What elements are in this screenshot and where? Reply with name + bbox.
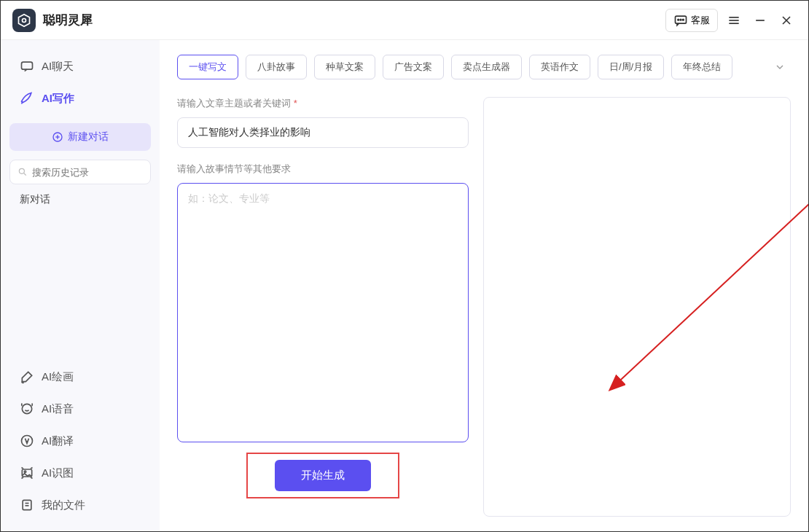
menu-icon xyxy=(727,13,741,28)
content-body: 请输入文章主题或者关键词 * 请输入故事情节等其他要求 开始生成 xyxy=(177,97,791,517)
app-logo-icon xyxy=(12,9,36,32)
svg-point-3 xyxy=(680,19,681,20)
sidebar-item-write[interactable]: AI写作 xyxy=(9,82,151,114)
voice-icon xyxy=(20,402,34,416)
content-area: 一键写文 八卦故事 种草文案 广告文案 卖点生成器 英语作文 日/周/月报 年终… xyxy=(160,40,808,531)
svg-line-16 xyxy=(24,173,26,176)
svg-point-4 xyxy=(683,19,684,20)
topic-label: 请输入文章主题或者关键词 * xyxy=(177,97,469,110)
tabs-row: 一键写文 八卦故事 种草文案 广告文案 卖点生成器 英语作文 日/周/月报 年终… xyxy=(177,55,791,79)
sidebar-item-files[interactable]: 我的文件 xyxy=(9,489,151,521)
pen-icon xyxy=(20,91,34,106)
form-column: 请输入文章主题或者关键词 * 请输入故事情节等其他要求 开始生成 xyxy=(177,97,469,517)
sidebar-item-image[interactable]: AI识图 xyxy=(9,457,151,489)
translate-icon xyxy=(20,434,34,448)
tab-yingyu[interactable]: 英语作文 xyxy=(529,55,590,79)
history-item[interactable]: 新对话 xyxy=(9,184,151,215)
titlebar: 聪明灵犀 客服 xyxy=(1,1,808,40)
search-icon xyxy=(17,166,28,178)
chat-bubble-icon xyxy=(673,13,688,28)
chat-icon xyxy=(20,59,34,74)
sidebar-item-label: AI语音 xyxy=(42,402,74,416)
sidebar-item-label: AI聊天 xyxy=(42,60,74,74)
sidebar: AI聊天 AI写作 新建对话 新对话 AI绘画 xyxy=(1,40,160,531)
details-label: 请输入故事情节等其他要求 xyxy=(177,163,469,176)
main-layout: AI聊天 AI写作 新建对话 新对话 AI绘画 xyxy=(1,40,808,531)
sidebar-item-paint[interactable]: AI绘画 xyxy=(9,361,151,393)
search-input[interactable] xyxy=(32,167,143,178)
sidebar-item-label: AI翻译 xyxy=(42,434,74,448)
app-title: 聪明灵犀 xyxy=(43,12,93,28)
tab-zhongcao[interactable]: 种草文案 xyxy=(314,55,375,79)
sidebar-item-translate[interactable]: AI翻译 xyxy=(9,425,151,457)
details-textarea[interactable] xyxy=(177,183,469,442)
tab-ribao[interactable]: 日/周/月报 xyxy=(598,55,664,79)
new-button-label: 新建对话 xyxy=(68,130,109,144)
required-mark: * xyxy=(294,98,297,109)
sidebar-item-voice[interactable]: AI语音 xyxy=(9,393,151,425)
image-icon xyxy=(20,466,34,480)
generate-highlight-box: 开始生成 xyxy=(246,453,399,498)
tab-nianzhong[interactable]: 年终总结 xyxy=(671,55,732,79)
svg-point-2 xyxy=(678,19,679,20)
tab-guanggao[interactable]: 广告文案 xyxy=(383,55,444,79)
plus-circle-icon xyxy=(52,131,63,143)
svg-point-17 xyxy=(22,404,31,413)
generate-button[interactable]: 开始生成 xyxy=(275,460,371,491)
topic-input[interactable] xyxy=(177,117,469,148)
svg-point-0 xyxy=(23,18,26,22)
svg-point-20 xyxy=(24,471,26,473)
chevron-down-icon xyxy=(774,61,786,73)
sidebar-item-label: 我的文件 xyxy=(42,498,85,512)
new-conversation-button[interactable]: 新建对话 xyxy=(9,123,151,151)
close-button[interactable] xyxy=(776,10,797,31)
search-box[interactable] xyxy=(9,160,151,184)
paint-icon xyxy=(20,369,34,384)
minimize-icon xyxy=(753,13,767,28)
sidebar-item-chat[interactable]: AI聊天 xyxy=(9,50,151,82)
history-item-label: 新对话 xyxy=(20,193,50,205)
tab-bagua[interactable]: 八卦故事 xyxy=(246,55,307,79)
output-panel xyxy=(483,97,791,517)
file-icon xyxy=(20,498,34,512)
tabs-expand-button[interactable] xyxy=(769,61,791,73)
svg-point-15 xyxy=(19,168,24,173)
tab-yijian[interactable]: 一键写文 xyxy=(177,55,238,79)
sidebar-item-label: AI写作 xyxy=(42,92,74,106)
minimize-button[interactable] xyxy=(750,10,770,31)
tab-maidian[interactable]: 卖点生成器 xyxy=(451,55,522,79)
sidebar-item-label: AI识图 xyxy=(42,466,74,480)
menu-button[interactable] xyxy=(724,10,744,31)
svg-rect-11 xyxy=(22,62,33,69)
support-button[interactable]: 客服 xyxy=(665,9,718,32)
support-label: 客服 xyxy=(691,14,710,27)
close-icon xyxy=(779,13,794,28)
sidebar-item-label: AI绘画 xyxy=(42,370,74,384)
